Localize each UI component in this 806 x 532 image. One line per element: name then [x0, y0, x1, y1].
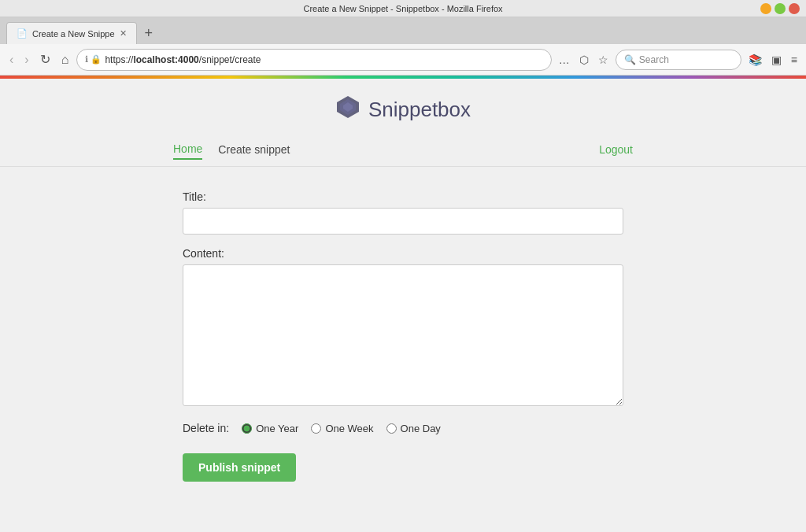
content-group: Content: — [183, 247, 623, 409]
delete-one-week-option[interactable]: One Week — [311, 423, 373, 434]
navigation-bar: ‹ › ↻ ⌂ ℹ 🔒 https://localhost:4000/snipp… — [0, 44, 806, 76]
app-nav: Home Create snippet Logout — [0, 133, 806, 167]
nav-create-link[interactable]: Create snippet — [218, 140, 290, 159]
url-icons: ℹ 🔒 — [85, 54, 102, 65]
delete-one-year-radio[interactable] — [242, 423, 252, 434]
delete-one-week-label: One Week — [325, 423, 373, 434]
snippetbox-logo-icon — [335, 94, 360, 120]
nav-links: Home Create snippet — [173, 139, 290, 160]
delete-one-year-label: One Year — [256, 423, 298, 434]
delete-one-day-radio[interactable] — [386, 423, 397, 434]
page-content: Snippetbox Home Create snippet Logout Ti… — [0, 79, 806, 532]
delete-one-week-radio[interactable] — [311, 423, 321, 434]
maximize-button[interactable] — [775, 3, 786, 14]
library-button[interactable]: 📚 — [746, 51, 764, 68]
logo-icon — [335, 94, 360, 125]
bookmark-button[interactable]: ☆ — [596, 51, 611, 68]
title-input[interactable] — [183, 208, 623, 235]
content-label: Content: — [183, 247, 623, 260]
delete-in-row: Delete in: One Year One Week One Day — [183, 422, 623, 434]
browser-title: Create a New Snippet - Snippetbox - Mozi… — [303, 4, 502, 13]
title-label: Title: — [183, 190, 623, 203]
pocket-button[interactable]: ⬡ — [577, 51, 591, 68]
forward-button[interactable]: › — [21, 50, 31, 70]
delete-in-label: Delete in: — [183, 422, 229, 434]
publish-button[interactable]: Publish snippet — [183, 453, 296, 482]
home-button[interactable]: ⌂ — [58, 50, 72, 70]
tab-bar: 📄 Create a New Snippe ✕ + — [0, 17, 806, 44]
menu-button[interactable]: ≡ — [789, 51, 800, 68]
tab-label: Create a New Snippe — [32, 29, 115, 39]
window-controls[interactable] — [760, 3, 800, 14]
search-icon: 🔍 — [624, 54, 636, 65]
sidebar-toggle-button[interactable]: ▣ — [769, 51, 784, 68]
tab-icon: 📄 — [17, 28, 28, 39]
delete-one-day-option[interactable]: One Day — [386, 423, 441, 434]
reload-button[interactable]: ↻ — [37, 49, 54, 70]
back-button[interactable]: ‹ — [6, 50, 17, 70]
search-box[interactable]: 🔍 Search — [616, 50, 741, 70]
app-header: Snippetbox — [0, 79, 806, 133]
search-placeholder: Search — [639, 54, 669, 65]
delete-one-day-label: One Day — [401, 423, 441, 434]
browser-titlebar: Create a New Snippet - Snippetbox - Mozi… — [0, 0, 806, 17]
content-textarea[interactable] — [183, 264, 623, 406]
overflow-button[interactable]: … — [556, 51, 572, 68]
new-tab-button[interactable]: + — [140, 22, 158, 44]
form-container: Title: Content: Delete in: One Year One … — [167, 190, 639, 482]
active-tab[interactable]: 📄 Create a New Snippe ✕ — [6, 22, 137, 44]
close-button[interactable] — [789, 3, 800, 14]
title-group: Title: — [183, 190, 623, 235]
nav-logout-link[interactable]: Logout — [599, 143, 633, 156]
minimize-button[interactable] — [760, 3, 771, 14]
delete-one-year-option[interactable]: One Year — [242, 423, 298, 434]
nav-home-link[interactable]: Home — [173, 139, 202, 160]
nav-right-icons: … ⬡ ☆ 🔍 Search 📚 ▣ ≡ — [556, 50, 800, 70]
tab-close-button[interactable]: ✕ — [120, 28, 127, 39]
app-logo: Snippetbox — [335, 94, 471, 125]
app-name: Snippetbox — [368, 98, 471, 122]
url-bar[interactable]: ℹ 🔒 https://localhost:4000/snippet/creat… — [76, 49, 552, 71]
url-text: https://localhost:4000/snippet/create — [105, 54, 542, 65]
